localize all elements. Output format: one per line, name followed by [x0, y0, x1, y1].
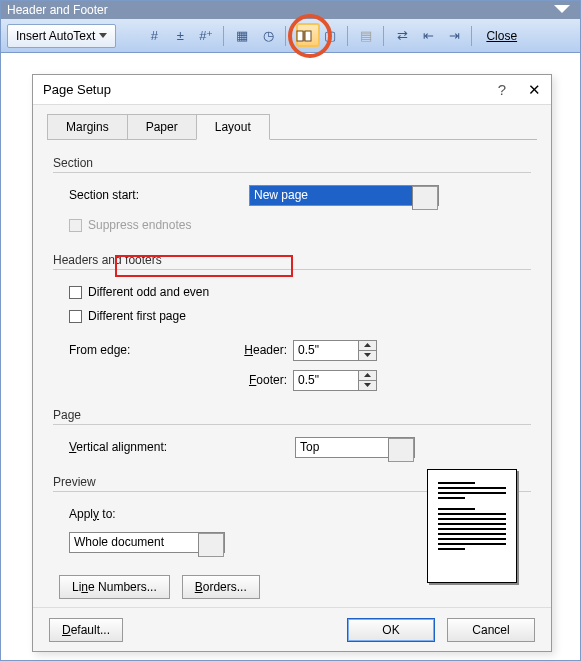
- cancel-button[interactable]: Cancel: [447, 618, 535, 642]
- svg-marker-8: [364, 383, 371, 387]
- spin-down-icon[interactable]: [359, 381, 376, 390]
- apply-to-combo[interactable]: Whole document: [69, 532, 225, 553]
- toolbar-title-bar: Header and Footer: [1, 1, 580, 19]
- svg-marker-5: [364, 343, 371, 347]
- headers-footers-group-label: Headers and footers: [53, 253, 531, 267]
- page-setup-dialog: Page Setup ? ✕ Margins Paper Layout Sect…: [32, 74, 552, 652]
- borders-button[interactable]: Borders...: [182, 575, 260, 599]
- insert-date-icon[interactable]: ▦: [232, 26, 252, 46]
- tab-margins[interactable]: Margins: [47, 114, 128, 140]
- help-button[interactable]: ?: [498, 81, 506, 98]
- page-setup-icon[interactable]: [294, 26, 314, 46]
- switch-header-footer-icon[interactable]: ⇄: [392, 26, 412, 46]
- header-distance-spinner[interactable]: [293, 340, 377, 361]
- section-start-label: Section start:: [69, 188, 249, 202]
- separator: [347, 26, 349, 46]
- open-book-icon: [296, 28, 312, 44]
- chevron-down-icon[interactable]: [198, 533, 224, 557]
- chevron-down-icon[interactable]: [412, 186, 438, 210]
- vertical-alignment-combo[interactable]: Top: [295, 437, 415, 458]
- header-footer-toolbar: Insert AutoText # ± #⁺ ▦ ◷ ▢ ▤ ⇄ ⇤ ⇥ Clo…: [1, 19, 580, 53]
- separator: [285, 26, 287, 46]
- separator: [383, 26, 385, 46]
- svg-rect-1: [297, 31, 303, 41]
- page-group-label: Page: [53, 408, 531, 422]
- show-hide-document-text-icon[interactable]: ▢: [320, 26, 340, 46]
- separator: [471, 26, 473, 46]
- tab-strip: Margins Paper Layout: [47, 114, 551, 140]
- different-odd-even-label: Different odd and even: [88, 285, 209, 299]
- separator: [223, 26, 225, 46]
- tab-layout[interactable]: Layout: [196, 114, 270, 140]
- footer-distance-input[interactable]: [294, 371, 358, 390]
- svg-marker-6: [364, 353, 371, 357]
- close-toolbar-button[interactable]: Close: [486, 29, 517, 43]
- toolbar-icon-group: # ± #⁺ ▦ ◷ ▢ ▤ ⇄ ⇤ ⇥ Close: [144, 26, 517, 46]
- suppress-endnotes-checkbox: [69, 219, 82, 232]
- different-first-page-checkbox[interactable]: [69, 310, 82, 323]
- page-preview: [427, 469, 517, 583]
- insert-time-icon[interactable]: ◷: [258, 26, 278, 46]
- show-next-icon[interactable]: ⇥: [444, 26, 464, 46]
- show-previous-icon[interactable]: ⇤: [418, 26, 438, 46]
- footer-label: Footer:: [233, 373, 287, 387]
- header-label: Header:: [233, 343, 287, 357]
- vertical-alignment-label: Vertical alignment:: [69, 440, 295, 454]
- default-button[interactable]: Default...: [49, 618, 123, 642]
- line-numbers-button[interactable]: Line Numbers...: [59, 575, 170, 599]
- collapse-triangle-icon[interactable]: [554, 5, 570, 13]
- toolbar-title: Header and Footer: [7, 3, 108, 17]
- layout-tab-panel: Section Section start: New page Suppress…: [47, 139, 537, 609]
- insert-autotext-label: Insert AutoText: [16, 29, 95, 43]
- different-first-page-label: Different first page: [88, 309, 186, 323]
- tab-paper[interactable]: Paper: [127, 114, 197, 140]
- apply-to-value: Whole document: [70, 533, 198, 552]
- spin-up-icon[interactable]: [359, 371, 376, 381]
- vertical-alignment-value: Top: [296, 438, 388, 457]
- apply-to-label: Apply to:: [69, 507, 116, 521]
- suppress-endnotes-label: Suppress endnotes: [88, 218, 191, 232]
- svg-rect-2: [305, 31, 311, 41]
- format-page-number-icon[interactable]: #⁺: [196, 26, 216, 46]
- ok-button[interactable]: OK: [347, 618, 435, 642]
- chevron-down-icon[interactable]: [388, 438, 414, 462]
- header-distance-input[interactable]: [294, 341, 358, 360]
- insert-number-of-pages-icon[interactable]: ±: [170, 26, 190, 46]
- section-start-value: New page: [250, 186, 412, 205]
- insert-page-number-icon[interactable]: #: [144, 26, 164, 46]
- svg-marker-0: [99, 33, 107, 38]
- same-as-previous-icon: ▤: [356, 26, 376, 46]
- spin-up-icon[interactable]: [359, 341, 376, 351]
- section-start-combo[interactable]: New page: [249, 185, 439, 206]
- svg-marker-7: [364, 373, 371, 377]
- dialog-title-bar: Page Setup ? ✕: [33, 75, 551, 105]
- dialog-button-bar: Default... OK Cancel: [33, 607, 551, 651]
- footer-distance-spinner[interactable]: [293, 370, 377, 391]
- different-odd-even-checkbox[interactable]: [69, 286, 82, 299]
- insert-autotext-button[interactable]: Insert AutoText: [7, 24, 116, 48]
- spin-down-icon[interactable]: [359, 351, 376, 360]
- chevron-down-icon: [99, 33, 107, 39]
- close-button[interactable]: ✕: [528, 81, 541, 99]
- section-group-label: Section: [53, 156, 531, 170]
- dialog-title: Page Setup: [43, 82, 111, 97]
- from-edge-label: From edge:: [69, 343, 233, 357]
